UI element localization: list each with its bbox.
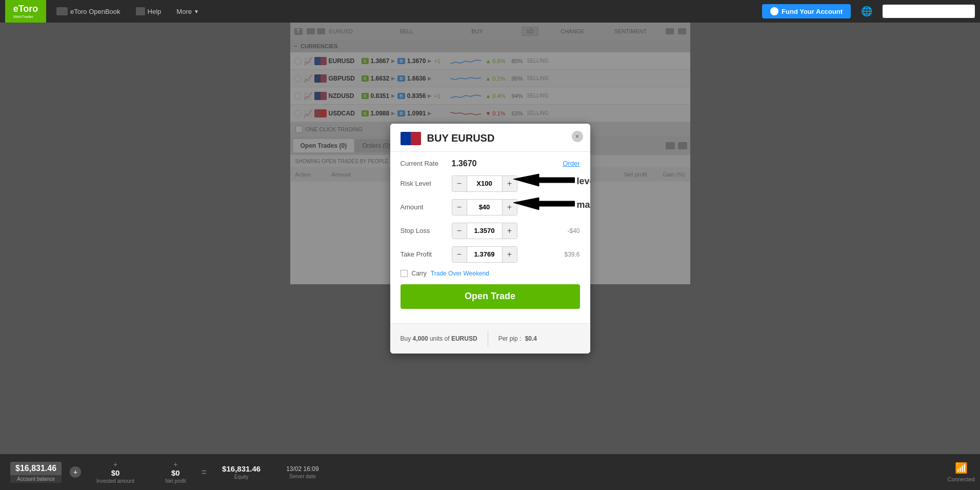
fund-account-button[interactable]: Fund Your Account: [762, 4, 851, 18]
carry-trade-checkbox[interactable]: [401, 270, 408, 277]
globe-icon: 🌐: [861, 6, 872, 17]
server-label: Server date: [289, 474, 316, 479]
margin-arrow-svg: [513, 195, 575, 215]
more-nav-btn[interactable]: More ▼: [171, 6, 204, 17]
stop-loss-decrease-button[interactable]: −: [452, 223, 467, 239]
svg-marker-1: [513, 198, 575, 210]
amount-label: Amount: [401, 203, 447, 211]
modal-body: Current Rate 1.3670 Order Risk Level − +: [390, 152, 590, 323]
amount-input[interactable]: [467, 200, 503, 215]
fund-icon: [770, 7, 778, 15]
margin-annotation: margin: [513, 195, 590, 215]
logo: eToro WebTrader: [5, 0, 46, 23]
add-funds-button[interactable]: +: [70, 466, 81, 478]
main-content: T EURUSD SELL BUY 1D CHANGE SENTIMENT − …: [0, 23, 980, 454]
risk-level-increase-button[interactable]: +: [503, 176, 517, 191]
risk-level-decrease-button[interactable]: −: [452, 176, 467, 191]
stop-loss-stepper: − +: [452, 223, 517, 239]
bottom-bar: $16,831.46 Account balance + + $0 Invest…: [0, 454, 980, 490]
amount-decrease-button[interactable]: −: [452, 200, 467, 215]
modal-header: BUY EURUSD ×: [390, 124, 590, 152]
server-date-section: 13/02 16:09 Server date: [276, 465, 329, 479]
invested-icon: +: [113, 460, 117, 468]
top-nav: eToro WebTrader eToro OpenBook Help More…: [0, 0, 980, 23]
amount-increase-button[interactable]: +: [503, 200, 517, 215]
risk-level-row: Risk Level − + leverage: [401, 175, 580, 192]
help-label: Help: [148, 8, 162, 15]
footer-pip: Per pip : $0.4: [498, 335, 537, 342]
take-profit-decrease-button[interactable]: −: [452, 247, 467, 262]
take-profit-increase-button[interactable]: +: [503, 247, 517, 262]
equity-value: $16,831.46: [222, 464, 261, 473]
open-trade-button[interactable]: Open Trade: [401, 284, 580, 309]
balance-label: Account balance: [10, 475, 62, 483]
server-date: 13/02 16:09: [286, 465, 318, 473]
risk-level-stepper: − +: [452, 175, 517, 192]
risk-level-input[interactable]: [467, 176, 503, 191]
leverage-annotation: leverage: [513, 171, 590, 192]
more-label: More: [176, 8, 192, 15]
current-rate-value: 1.3670: [452, 159, 558, 168]
invested-label: Invested amount: [96, 478, 134, 484]
risk-level-label: Risk Level: [401, 180, 447, 187]
stop-loss-increase-button[interactable]: +: [503, 223, 517, 239]
openbook-icon: [56, 7, 68, 15]
footer-per-pip-label: Per pip :: [498, 335, 522, 342]
chevron-down-icon: ▼: [194, 9, 199, 14]
wifi-icon: 📶: [955, 462, 968, 474]
search-input[interactable]: [883, 5, 975, 18]
footer-instrument: EURUSD: [451, 335, 477, 342]
net-profit-icon: +: [173, 460, 177, 468]
footer-units: 4,000: [413, 335, 428, 342]
balance-section: $16,831.46 Account balance: [5, 462, 67, 483]
connected-section: 📶 Connected: [948, 462, 975, 482]
net-profit-label: Net profit: [165, 478, 186, 484]
equity-label: Equity: [234, 474, 249, 480]
logo-text: eToro: [13, 4, 38, 14]
leverage-arrow-svg: [513, 171, 575, 192]
svg-marker-0: [513, 174, 575, 186]
current-rate-row: Current Rate 1.3670 Order: [401, 159, 580, 168]
stop-loss-label: Stop Loss: [401, 227, 447, 234]
current-rate-label: Current Rate: [401, 160, 447, 167]
close-modal-button[interactable]: ×: [572, 131, 583, 142]
carry-label: Carry: [412, 270, 427, 277]
footer-pip-value: $0.4: [525, 335, 537, 342]
stop-loss-note: -$40: [567, 227, 579, 234]
help-icon: [136, 7, 145, 15]
invested-value: $0: [111, 468, 120, 477]
net-profit-value: $0: [171, 468, 180, 477]
buy-eurusd-modal: BUY EURUSD × Current Rate 1.3670 Order R…: [390, 124, 590, 354]
stop-loss-input[interactable]: [467, 223, 503, 239]
eurusd-flag-modal: [401, 132, 421, 145]
take-profit-stepper: − +: [452, 246, 517, 263]
amount-stepper: − +: [452, 199, 517, 215]
modal-overlay: BUY EURUSD × Current Rate 1.3670 Order R…: [0, 23, 980, 454]
footer-info: Buy 4,000 units of EURUSD: [401, 335, 477, 342]
amount-row: Amount − + margin: [401, 199, 580, 215]
margin-label: margin: [577, 200, 590, 210]
connected-label: Connected: [948, 476, 975, 482]
openbook-nav-btn[interactable]: eToro OpenBook: [51, 5, 126, 17]
logo-sub: WebTrader: [13, 14, 38, 19]
footer-divider: [488, 331, 488, 346]
fund-label: Fund Your Account: [782, 8, 843, 15]
net-profit-section: + $0 Net profit: [150, 460, 202, 484]
take-profit-note: $39.6: [564, 251, 579, 258]
equity-section: $16,831.46 Equity: [207, 464, 276, 480]
footer-buy-text: Buy: [401, 335, 411, 342]
order-link[interactable]: Order: [563, 160, 579, 167]
help-nav-btn[interactable]: Help: [131, 5, 167, 17]
invested-section: + $0 Invested amount: [81, 460, 150, 484]
take-profit-label: Take Profit: [401, 250, 447, 258]
carry-trade-row: Carry Trade Over Weekend: [401, 270, 580, 277]
openbook-label: eToro OpenBook: [70, 8, 121, 15]
take-profit-row: Take Profit − + $39.6: [401, 246, 580, 263]
leverage-label: leverage: [577, 176, 590, 187]
modal-title: BUY EURUSD: [427, 132, 495, 144]
take-profit-input[interactable]: [467, 247, 503, 262]
equals-icon: =: [202, 467, 207, 478]
footer-units-suffix: units of: [430, 335, 450, 342]
carry-trade-link[interactable]: Trade Over Weekend: [431, 270, 489, 277]
stop-loss-row: Stop Loss − + -$40: [401, 223, 580, 239]
